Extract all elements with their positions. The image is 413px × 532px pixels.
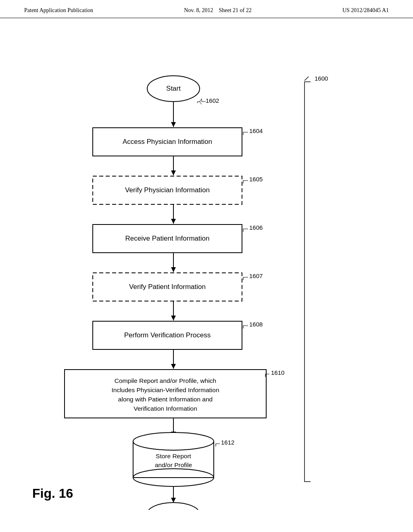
svg-text:1612: 1612 [221,439,234,446]
svg-text:1610: 1610 [271,369,284,376]
header-patent: US 2012/284045 A1 [342,7,389,14]
svg-point-42 [133,432,214,450]
svg-text:Perform Verification Process: Perform Verification Process [124,331,211,339]
header-center: Nov. 8, 2012 Sheet 21 of 22 [184,7,251,14]
svg-marker-32 [171,364,176,369]
page-header: Patent Application Publication Nov. 8, 2… [0,0,413,18]
svg-text:1608: 1608 [249,321,263,328]
svg-text:Verification Information: Verification Information [133,405,197,412]
svg-text:1605: 1605 [249,176,263,183]
svg-marker-12 [171,170,176,175]
svg-text:1607: 1607 [249,272,263,279]
svg-text:1604: 1604 [249,127,263,134]
svg-text:⌐: ⌐ [197,98,200,105]
diagram-svg: 1600 Start 1602 ⌐ Access Physician Infor… [0,18,413,510]
svg-text:Fig. 16: Fig. 16 [32,486,73,501]
header-sheet: Sheet 21 of 22 [219,7,251,13]
header-date: Nov. 8, 2012 [184,7,213,13]
svg-text:1606: 1606 [249,224,263,231]
svg-point-51 [147,503,200,510]
svg-text:Store Report: Store Report [156,453,192,459]
svg-marker-50 [171,498,176,503]
svg-text:Access Physician Information: Access Physician Information [123,138,212,145]
svg-text:Compile Report and/or Profile,: Compile Report and/or Profile, which [115,377,216,384]
svg-text:Receive Patient Information: Receive Patient Information [125,235,210,242]
svg-marker-22 [171,267,176,272]
svg-text:1600: 1600 [315,75,328,82]
svg-marker-7 [171,122,176,127]
svg-text:1602: 1602 [206,97,219,104]
svg-marker-27 [171,316,176,320]
diagram-area: 1600 Start 1602 ⌐ Access Physician Infor… [0,18,413,510]
svg-text:along with Patient Information: along with Patient Information and [118,396,213,403]
svg-line-1 [305,77,309,81]
svg-text:Verify Physician Information: Verify Physician Information [125,186,210,194]
svg-text:Verify Patient Information: Verify Patient Information [129,283,206,291]
svg-text:and/or Profile: and/or Profile [155,461,192,468]
svg-text:Includes Physician-Verified In: Includes Physician-Verified Information [111,387,219,393]
header-publication: Patent Application Publication [24,7,93,14]
svg-marker-17 [171,219,176,224]
svg-text:Start: Start [166,85,181,92]
